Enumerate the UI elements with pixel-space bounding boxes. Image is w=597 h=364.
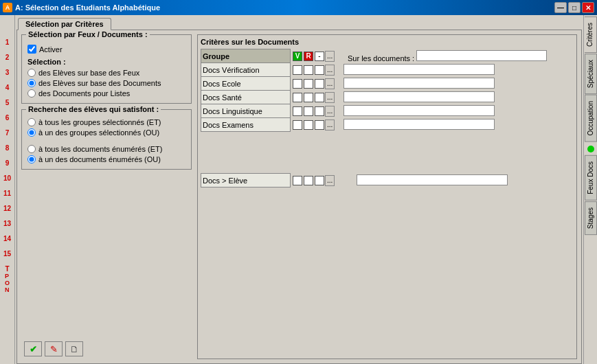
docs-eleve-label: Docs > Elève <box>201 174 291 187</box>
header-dots-btn[interactable]: ... <box>325 51 335 62</box>
doc-text-2 <box>343 91 495 102</box>
row-num-9: 9 <box>0 155 14 170</box>
minimize-button[interactable]: — <box>554 2 567 13</box>
docs-eleve-table: Docs > Elève ... <box>201 173 574 187</box>
right-panel: Critères sur les Documents Groupe V R - … <box>197 34 577 359</box>
doc-v-3[interactable] <box>293 106 302 116</box>
recherche-group: Recherche des élèves qui satisfont : à t… <box>21 109 192 170</box>
doc-v-0[interactable] <box>293 65 302 75</box>
doc-r-4[interactable] <box>304 120 313 130</box>
doc-text-1 <box>343 78 495 89</box>
feux-docs-label: Sélection par Feux / Documents : <box>26 30 150 38</box>
doc-name-0: Docs Vérification <box>201 63 291 77</box>
maximize-button[interactable]: □ <box>568 2 581 13</box>
app-icon: A <box>3 3 12 12</box>
doc-name-3: Docs Linguistique <box>201 104 291 118</box>
row-num-2: 2 <box>0 49 14 65</box>
radio-all-docs[interactable] <box>27 145 36 153</box>
radio-documents-label: des Elèves sur base des Documents <box>38 79 161 87</box>
doc-row-3: Docs Linguistique ... <box>201 104 574 118</box>
sidebar-tab-feux-docs[interactable]: Feux Docs <box>585 155 597 201</box>
tab-selection[interactable]: Sélection par Critères <box>18 18 111 30</box>
doc-button[interactable]: 🗋 <box>65 341 83 356</box>
sur-les-docs-input <box>416 50 547 61</box>
eleve-d[interactable] <box>315 176 324 185</box>
sidebar-tab-speciaux[interactable]: Spéciaux <box>585 54 597 94</box>
row-num-11: 11 <box>0 185 14 201</box>
doc-d-0[interactable] <box>315 65 324 75</box>
doc-text-4 <box>343 119 495 130</box>
doc-d-2[interactable] <box>315 93 324 102</box>
row-num-12: 12 <box>0 201 14 216</box>
eleve-dots-btn[interactable]: ... <box>325 175 335 186</box>
doc-dots-3[interactable]: ... <box>325 106 335 117</box>
doc-r-3[interactable] <box>304 106 313 116</box>
doc-v-2[interactable] <box>293 93 302 102</box>
doc-dots-1[interactable]: ... <box>325 78 335 89</box>
row-num-10: 10 <box>0 170 14 185</box>
row-num-15: 15 <box>0 246 14 261</box>
row-num-4: 4 <box>0 80 14 95</box>
radio-documents[interactable] <box>27 79 36 87</box>
doc-r-0[interactable] <box>304 65 313 75</box>
header-v: V <box>293 52 302 61</box>
recherche-radio-docs: à tous les documents énumérés (ET) à un … <box>27 145 185 163</box>
doc-name-2: Docs Santé <box>201 91 291 104</box>
radio-one-doc[interactable] <box>27 155 36 163</box>
doc-d-1[interactable] <box>315 79 324 89</box>
feux-docs-group: Sélection par Feux / Documents : Activer… <box>21 34 192 104</box>
window-title: A: Sélection des Etudiants Alphabétique <box>15 3 160 12</box>
col-groupe: Groupe <box>201 49 291 63</box>
radio-listes[interactable] <box>27 89 36 98</box>
empty-rows-area <box>201 132 574 173</box>
row-num-pon: PON <box>0 276 14 291</box>
radio-one-group[interactable] <box>27 128 36 137</box>
row-num-1: 1 <box>0 34 14 49</box>
doc-v-1[interactable] <box>293 79 302 89</box>
doc-name-4: Docs Examens <box>201 118 291 132</box>
row-num-5: 5 <box>0 95 14 110</box>
title-bar: A A: Sélection des Etudiants Alphabétiqu… <box>0 0 597 15</box>
doc-d-3[interactable] <box>315 106 324 116</box>
radio-feux[interactable] <box>27 69 36 77</box>
doc-row-4: Docs Examens ... <box>201 118 574 132</box>
doc-dots-2[interactable]: ... <box>325 92 335 103</box>
doc-r-2[interactable] <box>304 93 313 102</box>
radio-one-doc-label: à un des documents énumérés (OU) <box>38 155 161 163</box>
row-num-8: 8 <box>0 140 14 155</box>
doc-v-4[interactable] <box>293 120 302 130</box>
header-r: R <box>304 52 313 61</box>
title-bar-buttons: — □ ✕ <box>554 2 594 13</box>
action-buttons: ✔ ✎ 🗋 <box>21 337 192 359</box>
sidebar-tab-occupation[interactable]: Occupation <box>585 95 597 142</box>
activer-checkbox[interactable] <box>27 45 36 54</box>
close-button[interactable]: ✕ <box>582 2 594 13</box>
eleve-text-input <box>357 174 508 185</box>
activer-label: Activer <box>39 45 63 54</box>
left-panel: Sélection par Feux / Documents : Activer… <box>21 34 192 359</box>
doc-dots-4[interactable]: ... <box>325 120 335 130</box>
recherche-radio-groups: à tous les groupes sélectionnés (ET) à u… <box>27 118 185 137</box>
doc-d-4[interactable] <box>315 120 324 130</box>
radio-all-groups[interactable] <box>27 118 36 126</box>
doc-dots-0[interactable]: ... <box>325 65 335 76</box>
doc-r-1[interactable] <box>304 79 313 89</box>
recherche-label: Recherche des élèves qui satisfont : <box>26 105 161 113</box>
doc-name-1: Docs Ecole <box>201 77 291 91</box>
right-sidebar: Critères Spéciaux Occupation Feux Docs S… <box>583 15 597 364</box>
radio-one-group-label: à un des groupes sélectionnés (OU) <box>38 128 159 137</box>
eleve-v[interactable] <box>293 176 302 185</box>
confirm-button[interactable]: ✔ <box>24 341 42 356</box>
radio-all-groups-label: à tous les groupes sélectionnés (ET) <box>38 118 161 126</box>
eleve-r[interactable] <box>304 176 313 185</box>
header-dash: - <box>315 52 324 61</box>
doc-text-0 <box>343 64 495 75</box>
doc-text-3 <box>343 105 495 116</box>
sidebar-tab-criteres[interactable]: Critères <box>585 16 597 53</box>
doc-row-0: Docs Vérification ... <box>201 63 574 77</box>
selection-radio-group: des Elèves sur base des Feux des Elèves … <box>27 69 185 98</box>
edit-button[interactable]: ✎ <box>45 341 63 356</box>
row-num-7: 7 <box>0 125 14 140</box>
sidebar-tab-stages[interactable]: Stages <box>585 201 597 235</box>
row-num-3: 3 <box>0 65 14 80</box>
